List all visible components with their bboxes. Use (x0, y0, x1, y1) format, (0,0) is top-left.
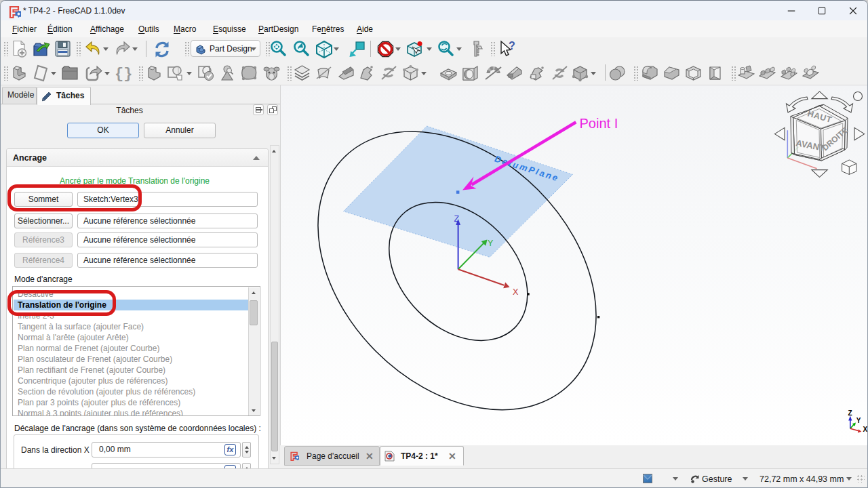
svg-text:X: X (863, 426, 868, 433)
svg-text:?: ? (509, 40, 515, 52)
svg-text:Y: Y (488, 239, 494, 248)
svg-text:Z: Z (848, 409, 852, 417)
svg-text:Z: Z (454, 214, 460, 224)
svg-text:{}: {} (115, 66, 132, 82)
svg-text:Y: Y (856, 417, 861, 424)
svg-text:X: X (513, 287, 519, 297)
svg-text:Point I: Point I (580, 116, 618, 131)
